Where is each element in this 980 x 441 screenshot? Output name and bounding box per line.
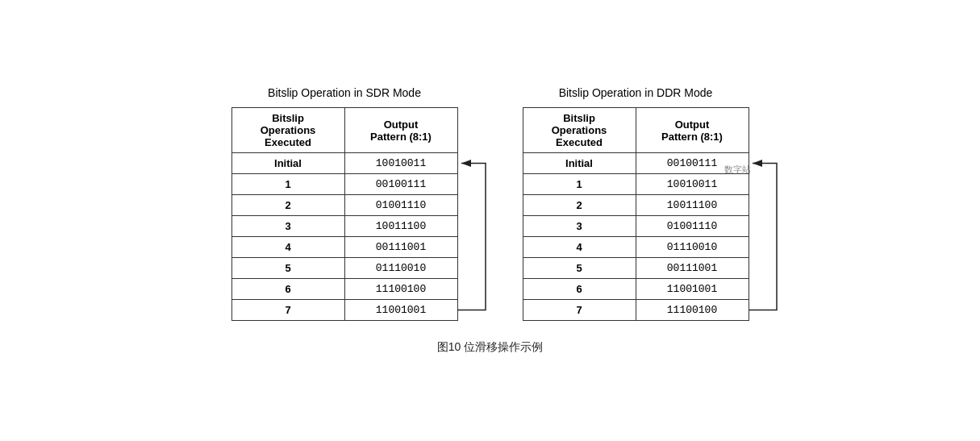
table-row: 7: [523, 300, 636, 321]
table-row: 1: [231, 174, 344, 195]
table-row: 01001110: [344, 195, 457, 216]
table-row: 11001001: [636, 279, 749, 300]
table-row: Initial: [231, 153, 344, 174]
table-row: 01001110: [636, 216, 749, 237]
table-row: 10011100: [636, 195, 749, 216]
table-row: 3: [231, 216, 344, 237]
table-row: 6: [523, 279, 636, 300]
table-row: 5: [231, 258, 344, 279]
sdr-col1-header: BitslipOperationsExecuted: [231, 108, 344, 153]
table-row: 10010011: [344, 153, 457, 174]
table-row: 00111001: [344, 237, 457, 258]
table-row: 6: [231, 279, 344, 300]
table-row: 10011100: [344, 216, 457, 237]
table-row: 2: [231, 195, 344, 216]
tables-row: Bitslip Operation in SDR Mode BitslipOpe…: [231, 86, 749, 321]
ddr-col2-header: OutputPattern (8:1): [636, 108, 749, 153]
sdr-arrow: [458, 86, 500, 321]
ddr-title: Bitslip Operation in DDR Mode: [559, 86, 713, 99]
ddr-col1-header: BitslipOperationsExecuted: [523, 108, 636, 153]
table-row: 1: [523, 174, 636, 195]
ddr-table: BitslipOperationsExecuted OutputPattern …: [523, 107, 749, 321]
table-row: 00100111: [344, 174, 457, 195]
table-row: 2: [523, 195, 636, 216]
table-row: 7: [231, 300, 344, 321]
table-row: 01110010: [636, 237, 749, 258]
sdr-section: Bitslip Operation in SDR Mode BitslipOpe…: [231, 86, 458, 321]
table-row: 4: [231, 237, 344, 258]
table-row: 01110010: [344, 258, 457, 279]
table-row: 10010011: [636, 174, 749, 195]
caption: 图10 位滑移操作示例: [437, 340, 543, 355]
sdr-title: Bitslip Operation in SDR Mode: [268, 86, 421, 99]
ddr-section: Bitslip Operation in DDR Mode BitslipOpe…: [523, 86, 749, 321]
table-row: 11001001: [344, 300, 457, 321]
table-row: 4: [523, 237, 636, 258]
sdr-col2-header: OutputPattern (8:1): [344, 108, 457, 153]
table-row: 11100100: [636, 300, 749, 321]
table-row: 00111001: [636, 258, 749, 279]
page-wrapper: Bitslip Operation in SDR Mode BitslipOpe…: [215, 70, 765, 371]
table-row: 11100100: [344, 279, 457, 300]
table-row: 00100111: [636, 153, 749, 174]
table-row: 5: [523, 258, 636, 279]
sdr-table: BitslipOperationsExecuted OutputPattern …: [231, 107, 458, 321]
table-row: Initial: [523, 153, 636, 174]
table-row: 3: [523, 216, 636, 237]
